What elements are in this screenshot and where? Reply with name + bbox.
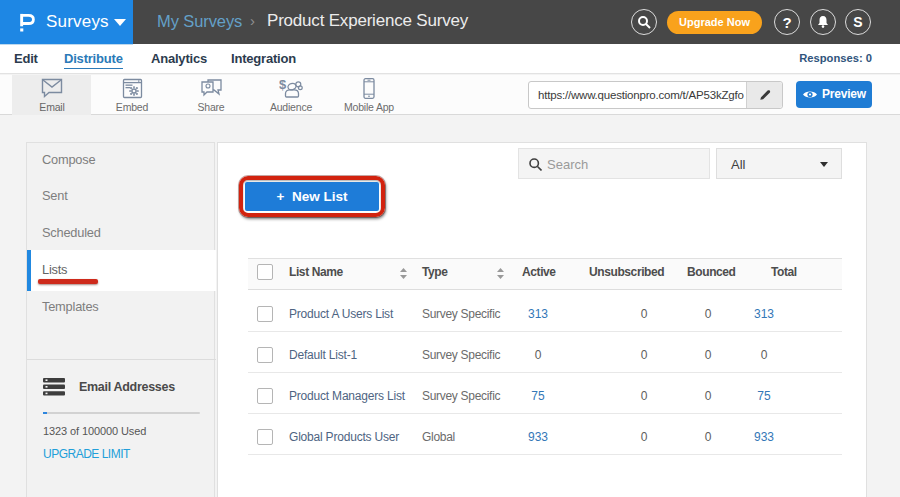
svg-text:$: $ — [279, 78, 287, 92]
